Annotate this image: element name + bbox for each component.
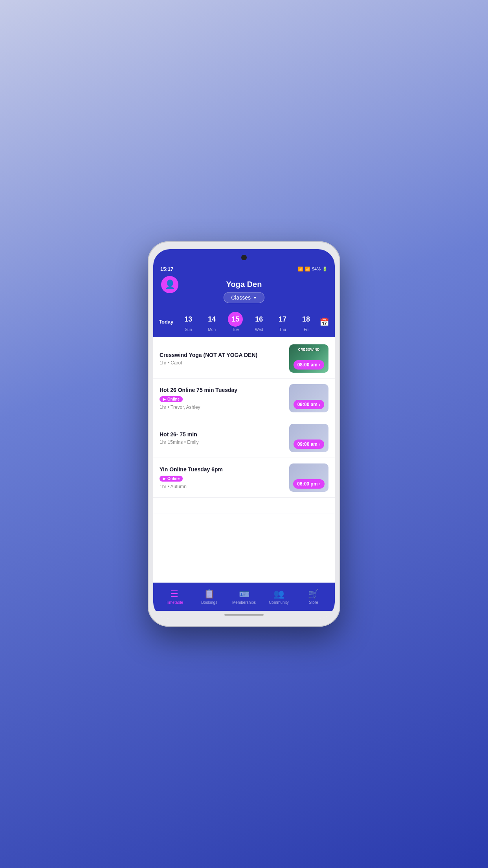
class-info-2: Hot 26 Online 75 min Tuesday ▶ Online 1h…	[160, 386, 284, 410]
day-wed[interactable]: 16 Wed	[247, 312, 271, 332]
today-label: Today	[159, 319, 173, 325]
day-label-tue: Tue	[232, 327, 239, 332]
nav-label-community: Community	[269, 600, 289, 605]
day-mon[interactable]: 14 Mon	[200, 312, 224, 332]
online-badge-2: ▶ Online	[160, 396, 183, 402]
class-name-3: Hot 26- 75 min	[160, 431, 284, 438]
class-item-hot26[interactable]: Hot 26- 75 min 1hr 15mins • Emily 09:00 …	[153, 418, 335, 458]
classes-dropdown[interactable]: Classes ▼	[224, 292, 264, 303]
class-list: Cresswind Yoga (NOT AT YOGA DEN) 1hr • C…	[153, 337, 335, 583]
wifi-icon: 📶	[298, 267, 303, 272]
status-time: 15:17	[160, 266, 173, 272]
chevron-icon-2: ›	[319, 403, 320, 407]
nav-label-store: Store	[309, 600, 318, 605]
time-button-4[interactable]: 06:00 pm ›	[293, 479, 324, 489]
phone-screen: 15:17 📶 📶 94% 🔋 👤 Yoga Den Classes ▼	[153, 249, 335, 619]
home-indicator	[153, 611, 335, 619]
online-badge-4: ▶ Online	[160, 476, 183, 482]
class-image-4: 06:00 pm ›	[289, 463, 328, 492]
day-label-thu: Thu	[279, 327, 286, 332]
battery-text: 94%	[312, 267, 321, 271]
calendar-icon[interactable]: 📅	[319, 317, 329, 327]
class-item-cresswind[interactable]: Cresswind Yoga (NOT AT YOGA DEN) 1hr • C…	[153, 339, 335, 379]
class-meta-4: 1hr • Autumn	[160, 484, 284, 489]
class-item-partial	[153, 498, 335, 513]
image-overlay-1: CRESSWIND	[289, 348, 328, 351]
day-number-16: 16	[251, 312, 266, 327]
nav-memberships[interactable]: 🪪 Memberships	[227, 589, 261, 605]
dropdown-label: Classes	[231, 294, 251, 301]
class-meta-2: 1hr • Trevor, Ashley	[160, 405, 284, 410]
chevron-icon-3: ›	[319, 442, 320, 447]
day-number-18: 18	[299, 312, 314, 327]
home-bar	[224, 614, 264, 616]
header-top: 👤 Yoga Den	[161, 280, 327, 289]
class-meta-3: 1hr 15mins • Emily	[160, 440, 284, 445]
chevron-icon-4: ›	[319, 482, 320, 486]
day-label-sun: Sun	[185, 327, 192, 332]
class-meta-1: 1hr • Carol	[160, 360, 284, 366]
day-number-13: 13	[181, 312, 196, 327]
class-info-1: Cresswind Yoga (NOT AT YOGA DEN) 1hr • C…	[160, 351, 284, 365]
day-fri[interactable]: 18 Fri	[294, 312, 318, 332]
app-title: Yoga Den	[226, 280, 262, 289]
chevron-icon-1: ›	[319, 363, 320, 367]
day-number-15: 15	[228, 312, 243, 327]
nav-label-bookings: Bookings	[201, 600, 217, 605]
class-item-yin[interactable]: Yin Online Tuesday 6pm ▶ Online 1hr • Au…	[153, 458, 335, 498]
calendar-strip: Today 13 Sun 14 Mon 15 Tue 16 Wed 17 Thu	[153, 309, 335, 337]
day-number-17: 17	[275, 312, 290, 327]
class-image-3: 09:00 am ›	[289, 424, 328, 452]
status-bar: 15:17 📶 📶 94% 🔋	[153, 262, 335, 276]
video-icon-2: ▶	[163, 397, 166, 401]
day-number-14: 14	[204, 312, 219, 327]
class-info-3: Hot 26- 75 min 1hr 15mins • Emily	[160, 431, 284, 445]
avatar-icon: 👤	[165, 280, 175, 290]
memberships-icon: 🪪	[239, 589, 250, 599]
nav-store[interactable]: 🛒 Store	[296, 589, 331, 605]
day-thu[interactable]: 17 Thu	[271, 312, 294, 332]
nav-bookings[interactable]: 📋 Bookings	[192, 589, 226, 605]
status-icons: 📶 📶 94% 🔋	[298, 267, 328, 272]
class-item-hot26online[interactable]: Hot 26 Online 75 min Tuesday ▶ Online 1h…	[153, 379, 335, 418]
bottom-nav: ☰ Timetable 📋 Bookings 🪪 Memberships 👥 C…	[153, 583, 335, 611]
time-button-2[interactable]: 09:00 am ›	[294, 400, 325, 409]
community-icon: 👥	[273, 589, 284, 599]
nav-timetable[interactable]: ☰ Timetable	[157, 589, 192, 605]
store-icon: 🛒	[308, 589, 319, 599]
bookings-icon: 📋	[204, 589, 215, 599]
day-tue[interactable]: 15 Tue	[224, 312, 247, 332]
class-image-2: 09:00 am ›	[289, 384, 328, 412]
video-icon-4: ▶	[163, 476, 166, 481]
class-info-4: Yin Online Tuesday 6pm ▶ Online 1hr • Au…	[160, 466, 284, 489]
class-image-1: CRESSWIND 08:00 am ›	[289, 344, 328, 373]
class-name-2: Hot 26 Online 75 min Tuesday	[160, 386, 284, 394]
phone-frame: 15:17 📶 📶 94% 🔋 👤 Yoga Den Classes ▼	[148, 241, 340, 627]
nav-label-timetable: Timetable	[166, 600, 183, 605]
day-label-fri: Fri	[304, 327, 308, 332]
day-label-wed: Wed	[255, 327, 263, 332]
class-name-1: Cresswind Yoga (NOT AT YOGA DEN)	[160, 351, 284, 359]
app-header: 👤 Yoga Den Classes ▼	[153, 276, 335, 309]
battery-icon: 🔋	[322, 267, 328, 272]
nav-label-memberships: Memberships	[232, 600, 256, 605]
time-button-3[interactable]: 09:00 am ›	[294, 440, 325, 449]
camera	[241, 255, 247, 260]
day-label-mon: Mon	[208, 327, 216, 332]
signal-icon: 📶	[305, 267, 310, 272]
avatar[interactable]: 👤	[161, 276, 178, 293]
time-button-1[interactable]: 08:00 am ›	[294, 360, 325, 370]
chevron-down-icon: ▼	[253, 296, 257, 300]
class-name-4: Yin Online Tuesday 6pm	[160, 466, 284, 473]
timetable-icon: ☰	[171, 589, 178, 599]
day-sun[interactable]: 13 Sun	[176, 312, 200, 332]
nav-community[interactable]: 👥 Community	[261, 589, 296, 605]
